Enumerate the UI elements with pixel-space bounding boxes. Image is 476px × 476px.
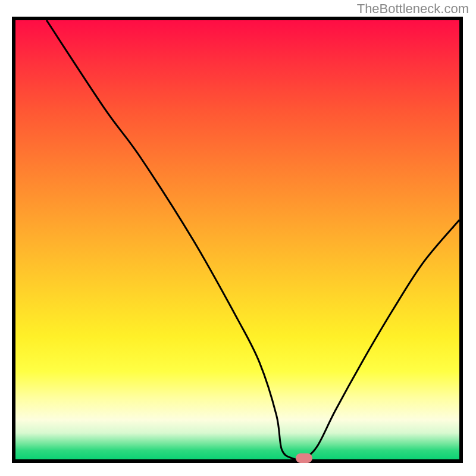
chart-frame xyxy=(12,17,463,463)
bottleneck-curve xyxy=(15,20,459,459)
watermark-text: TheBottleneck.com xyxy=(357,1,469,17)
optimal-point-marker xyxy=(296,453,312,463)
